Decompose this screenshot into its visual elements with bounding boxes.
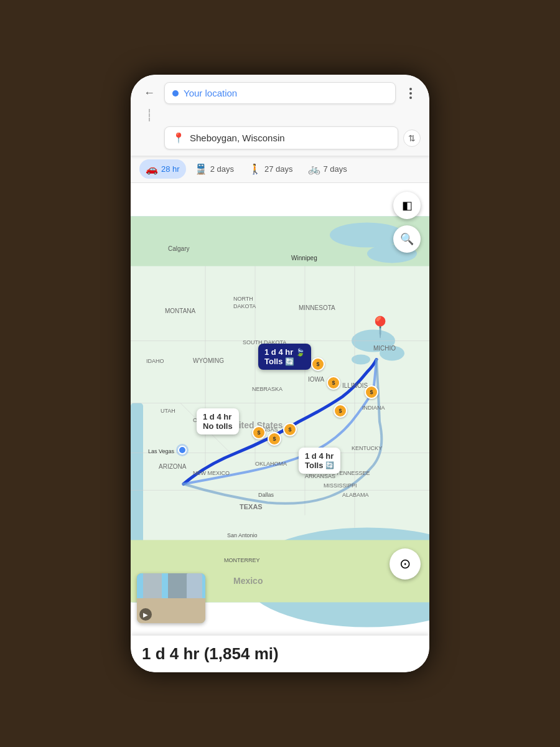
svg-text:Las Vegas: Las Vegas bbox=[148, 448, 175, 454]
route-label-no-tolls[interactable]: 1 d 4 hr No tolls bbox=[197, 408, 239, 435]
destination-pin: 📍 bbox=[368, 317, 393, 337]
street-view-image: ▶ bbox=[137, 573, 205, 623]
svg-text:WYOMING: WYOMING bbox=[193, 357, 224, 364]
origin-row: ← Your location bbox=[139, 82, 421, 104]
tab-bike[interactable]: 🚲 7 days bbox=[302, 159, 353, 179]
toll-circle-6: $ bbox=[334, 404, 347, 418]
layers-button[interactable]: ◧ bbox=[393, 192, 421, 219]
bottom-panel: 1 d 4 hr (1,854 mi) bbox=[131, 636, 429, 672]
svg-text:TEXAS: TEXAS bbox=[240, 503, 263, 510]
route-label-line1: 1 d 4 hr 🍃 bbox=[264, 347, 305, 357]
route-label-tolls-north[interactable]: 1 d 4 hr 🍃 Tolls 🔄 bbox=[258, 344, 311, 370]
svg-text:OKLAHOMA: OKLAHOMA bbox=[255, 461, 287, 467]
svg-text:Dallas: Dallas bbox=[258, 492, 274, 498]
route-label-line2: Tolls 🔄 bbox=[264, 357, 305, 366]
toll-circle-4: $ bbox=[268, 432, 281, 446]
route-tolls-south-line1: 1 d 4 hr bbox=[305, 451, 334, 461]
svg-text:NORTH: NORTH bbox=[233, 296, 253, 302]
bike-icon: 🚲 bbox=[308, 163, 320, 175]
drive-icon: 🚗 bbox=[146, 163, 158, 175]
transport-tabs: 🚗 28 hr 🚆 2 days 🚶 27 days 🚲 7 days bbox=[131, 156, 429, 183]
svg-text:IDAHO: IDAHO bbox=[146, 358, 164, 364]
svg-text:IOWA: IOWA bbox=[308, 376, 325, 383]
compass-button[interactable]: ⊙ bbox=[390, 548, 421, 580]
svg-text:INDIANA: INDIANA bbox=[362, 405, 385, 411]
svg-text:Calgary: Calgary bbox=[168, 245, 189, 252]
route-no-tolls-line1: 1 d 4 hr bbox=[203, 412, 233, 421]
tab-walk[interactable]: 🚶 27 days bbox=[243, 159, 299, 179]
svg-text:ILLINOIS: ILLINOIS bbox=[342, 382, 368, 389]
svg-point-7 bbox=[352, 355, 370, 365]
tab-transit[interactable]: 🚆 2 days bbox=[189, 159, 240, 179]
route-time-text: 1 d 4 hr (1,854 mi) bbox=[142, 644, 279, 664]
map-area: Calgary Winnipeg MONTANA NORTH DAKOTA MI… bbox=[131, 183, 429, 636]
header: ← Your location 📍 Sheboygan, Wisconsin bbox=[131, 75, 429, 156]
walk-icon: 🚶 bbox=[249, 163, 261, 175]
svg-text:MINNESOTA: MINNESOTA bbox=[299, 304, 335, 311]
building-3 bbox=[187, 573, 202, 598]
route-tolls-south-line2: Tolls 🔄 bbox=[305, 461, 334, 470]
destination-text: Sheboygan, Wisconsin bbox=[190, 133, 285, 143]
svg-text:MONTANA: MONTANA bbox=[165, 308, 196, 314]
back-button[interactable]: ← bbox=[139, 83, 159, 103]
svg-text:ARIZONA: ARIZONA bbox=[159, 463, 187, 470]
svg-text:NEW MEXICO: NEW MEXICO bbox=[193, 470, 230, 476]
svg-text:Winnipeg: Winnipeg bbox=[291, 255, 317, 261]
svg-text:ALABAMA: ALABAMA bbox=[342, 492, 369, 498]
origin-dot-icon bbox=[172, 90, 179, 96]
walk-label: 27 days bbox=[264, 164, 293, 174]
route-connector bbox=[149, 109, 150, 121]
transit-label: 2 days bbox=[210, 164, 234, 174]
destination-search-box[interactable]: 📍 Sheboygan, Wisconsin bbox=[164, 126, 398, 149]
street-view-thumbnail[interactable]: ▶ bbox=[137, 573, 205, 623]
svg-text:NEBRASKA: NEBRASKA bbox=[252, 386, 282, 392]
screen: ← Your location 📍 Sheboygan, Wisconsin bbox=[131, 75, 429, 672]
svg-text:San Antonio: San Antonio bbox=[227, 532, 258, 538]
toll-circle-5: $ bbox=[283, 423, 297, 436]
destination-pin-icon: 📍 bbox=[172, 132, 185, 144]
building-1 bbox=[143, 573, 162, 598]
origin-location-dot bbox=[178, 446, 187, 454]
toll-circle-3: $ bbox=[252, 426, 266, 439]
street-view-arrow: ▶ bbox=[139, 608, 152, 621]
svg-text:UTAH: UTAH bbox=[161, 408, 175, 414]
svg-text:MONTERREY: MONTERREY bbox=[224, 557, 260, 563]
swap-button[interactable]: ⇅ bbox=[403, 129, 421, 147]
search-map-icon: 🔍 bbox=[400, 232, 414, 246]
toll-circle-7: $ bbox=[365, 385, 378, 399]
svg-text:MISSISSIPPI: MISSISSIPPI bbox=[324, 482, 357, 489]
layers-icon: ◧ bbox=[402, 199, 413, 212]
drive-label: 28 hr bbox=[161, 164, 180, 174]
route-no-tolls-line2: No tolls bbox=[203, 421, 233, 431]
toll-circle-2: $ bbox=[327, 376, 340, 390]
search-map-button[interactable]: 🔍 bbox=[393, 225, 421, 253]
svg-text:MICHIO: MICHIO bbox=[373, 345, 396, 352]
tab-drive[interactable]: 🚗 28 hr bbox=[139, 159, 186, 179]
svg-text:KENTUCKY: KENTUCKY bbox=[352, 445, 382, 451]
map-svg: Calgary Winnipeg MONTANA NORTH DAKOTA MI… bbox=[131, 183, 429, 636]
route-label-tolls-south[interactable]: 1 d 4 hr Tolls 🔄 bbox=[299, 448, 340, 474]
phone-frame: ← Your location 📍 Sheboygan, Wisconsin bbox=[131, 75, 429, 672]
toll-circle-1: $ bbox=[311, 357, 325, 371]
destination-row: 📍 Sheboygan, Wisconsin ⇅ bbox=[139, 126, 421, 149]
svg-text:TENNESSEE: TENNESSEE bbox=[336, 470, 370, 476]
transit-icon: 🚆 bbox=[195, 163, 207, 175]
origin-search-box[interactable]: Your location bbox=[164, 82, 396, 104]
svg-text:Mexico: Mexico bbox=[233, 576, 263, 586]
svg-text:ARKANSAS: ARKANSAS bbox=[305, 473, 335, 479]
bike-label: 7 days bbox=[324, 164, 347, 174]
more-button[interactable] bbox=[401, 83, 421, 103]
svg-text:DAKOTA: DAKOTA bbox=[233, 303, 256, 309]
origin-text: Your location bbox=[184, 88, 237, 98]
compass-icon: ⊙ bbox=[399, 556, 411, 572]
